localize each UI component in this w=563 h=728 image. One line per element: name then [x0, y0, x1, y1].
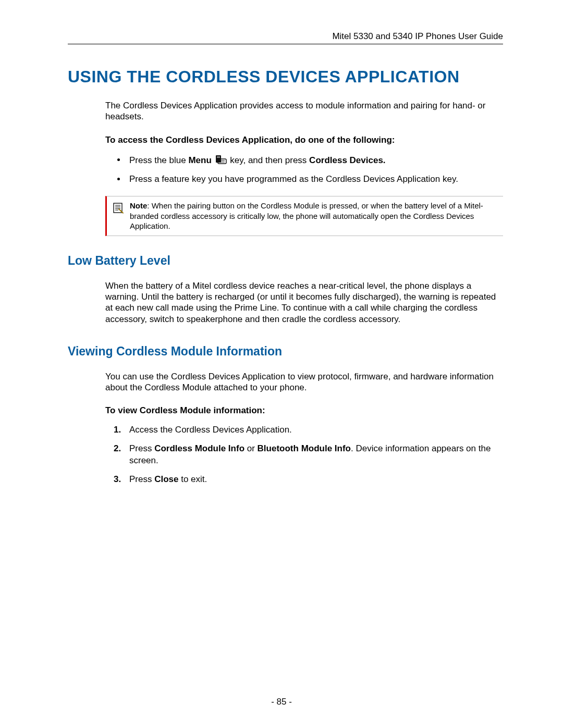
bullet-text: Press the blue — [129, 155, 188, 165]
page-footer: - 85 - — [0, 697, 563, 707]
viewing-paragraph: You can use the Cordless Devices Applica… — [105, 371, 503, 393]
step-text: Press — [129, 474, 154, 484]
cordless-devices-label: Cordless Devices. — [309, 155, 385, 165]
access-bullet-list: Press the blue Menu key, and then press … — [105, 154, 503, 186]
step-item: Press Cordless Module Info or Bluetooth … — [126, 443, 503, 466]
step-bold: Bluetooth Module Info — [258, 443, 351, 453]
step-bold: Close — [154, 474, 178, 484]
low-battery-paragraph: When the battery of a Mitel cordless dev… — [105, 280, 503, 325]
page-number: - 85 - — [271, 697, 292, 707]
step-item: Press Close to exit. — [126, 474, 503, 485]
menu-label: Menu — [188, 155, 211, 165]
note-label: Note — [130, 201, 147, 210]
step-item: Access the Cordless Devices Application. — [126, 424, 503, 436]
menu-key-icon — [215, 154, 227, 168]
section-heading-low-battery: Low Battery Level — [68, 254, 503, 268]
access-lead: To access the Cordless Devices Applicati… — [105, 135, 503, 145]
note-icon — [112, 202, 125, 216]
step-text: Press — [129, 443, 154, 453]
step-text: to exit. — [178, 474, 207, 484]
bullet-item: Press the blue Menu key, and then press … — [126, 154, 503, 168]
section-heading-viewing: Viewing Cordless Module Information — [68, 344, 503, 359]
document-page: Mitel 5330 and 5340 IP Phones User Guide… — [0, 0, 563, 728]
note-text: Note: When the pairing button on the Cor… — [130, 201, 499, 231]
page-title: USING THE CORDLESS DEVICES APPLICATION — [68, 67, 503, 87]
note-icon-cell — [107, 201, 130, 231]
steps-lead: To view Cordless Module information: — [105, 405, 503, 416]
running-title: Mitel 5330 and 5340 IP Phones User Guide — [332, 31, 503, 41]
svg-rect-1 — [217, 156, 220, 158]
page-header: Mitel 5330 and 5340 IP Phones User Guide — [68, 31, 503, 44]
steps-list: Access the Cordless Devices Application.… — [105, 424, 503, 485]
bullet-item: Press a feature key you have programmed … — [126, 174, 503, 186]
note-body: : When the pairing button on the Cordles… — [130, 201, 483, 230]
step-bold: Cordless Module Info — [154, 443, 244, 453]
step-text: or — [244, 443, 258, 453]
intro-paragraph: The Cordless Devices Application provide… — [105, 100, 503, 122]
bullet-text: key, and then press — [230, 155, 309, 165]
note-callout: Note: When the pairing button on the Cor… — [105, 196, 503, 236]
